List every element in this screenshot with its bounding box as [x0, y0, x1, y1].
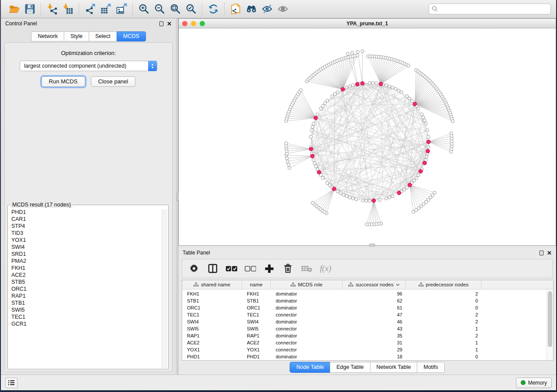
- cell-name[interactable]: ORC1: [242, 305, 271, 310]
- tab-network[interactable]: Network: [31, 31, 64, 41]
- table-settings-gear-icon[interactable]: [188, 263, 200, 274]
- cell-shared_name[interactable]: ACE2: [182, 340, 242, 345]
- list-item[interactable]: ACE2: [8, 272, 168, 279]
- tab-node-table[interactable]: Node Table: [290, 362, 330, 373]
- task-history-list-button[interactable]: [5, 378, 17, 388]
- cell-shared_name[interactable]: FKH1: [182, 291, 242, 296]
- cell-name[interactable]: STB1: [242, 298, 271, 303]
- table-row[interactable]: FKH1FKH1dominator962: [182, 290, 547, 297]
- cell-mcds_role[interactable]: connector: [271, 347, 343, 352]
- list-item[interactable]: GCR1: [8, 320, 168, 327]
- cell-name[interactable]: YOX1: [242, 347, 271, 352]
- list-item[interactable]: FKH1: [8, 265, 168, 272]
- tab-network-table[interactable]: Network Table: [370, 362, 417, 373]
- table-row[interactable]: PHD1PHD1dominator180: [182, 353, 547, 360]
- cell-name[interactable]: ACE2: [242, 340, 271, 345]
- optimization-criterion-select[interactable]: largest connected component (undirected)…: [20, 61, 157, 71]
- tab-select[interactable]: Select: [89, 31, 117, 41]
- float-panel-icon[interactable]: [159, 21, 163, 26]
- column-header-MCDS-role[interactable]: MCDS role: [271, 280, 343, 289]
- cell-mcds_role[interactable]: dominator: [271, 305, 343, 310]
- cell-mcds_role[interactable]: connector: [271, 326, 343, 331]
- cell-successor_nodes[interactable]: 31: [343, 340, 406, 345]
- list-item[interactable]: STB5: [8, 279, 168, 285]
- mcds-result-list[interactable]: PHD1CAR1STP4TID3YOX1SWI4SRD1PMA2FKH1ACE2…: [8, 209, 168, 368]
- table-row[interactable]: RAP1RAP1dominator352: [182, 332, 547, 339]
- cell-predecessor_nodes[interactable]: 2: [406, 333, 481, 338]
- hide-details-icon[interactable]: [259, 2, 275, 17]
- list-item[interactable]: ORC1: [8, 285, 168, 292]
- column-header-successor-nodes[interactable]: successor nodes: [343, 280, 406, 289]
- zoom-in-icon[interactable]: [136, 2, 152, 17]
- show-details-icon[interactable]: [275, 2, 291, 17]
- cell-name[interactable]: PHD1: [242, 354, 271, 359]
- zoom-selected-icon[interactable]: [183, 2, 199, 17]
- list-item[interactable]: SRD1: [8, 251, 168, 258]
- cell-mcds_role[interactable]: connector: [271, 340, 343, 345]
- list-item[interactable]: YOX1: [8, 237, 168, 244]
- zoom-out-icon[interactable]: [152, 2, 167, 17]
- table-row[interactable]: STB1STB1dominator620: [182, 297, 547, 304]
- cell-mcds_role[interactable]: dominator: [271, 291, 343, 296]
- network-window-titlebar[interactable]: YPA_prune.txt_1: [179, 19, 556, 28]
- list-item[interactable]: TID3: [8, 230, 168, 237]
- column-header-predecessor-nodes[interactable]: predecessor nodes: [406, 280, 481, 289]
- cell-mcds_role[interactable]: connector: [271, 312, 343, 317]
- list-item[interactable]: STP4: [8, 223, 168, 230]
- add-column-icon[interactable]: [263, 263, 275, 274]
- search-network-icon[interactable]: [243, 2, 259, 17]
- close-panel-icon[interactable]: ✕: [167, 21, 172, 27]
- close-panel-button[interactable]: Close panel: [91, 76, 136, 87]
- export-image-icon[interactable]: [114, 2, 129, 17]
- cell-shared_name[interactable]: RAP1: [182, 333, 242, 338]
- cell-mcds_role[interactable]: dominator: [271, 354, 343, 359]
- cell-predecessor_nodes[interactable]: 0: [406, 354, 481, 359]
- list-item[interactable]: SWI4: [8, 244, 168, 251]
- table-row[interactable]: ORC1ORC1dominator610: [182, 304, 547, 311]
- import-network-icon[interactable]: [44, 2, 60, 17]
- cell-predecessor_nodes[interactable]: 1: [406, 347, 481, 352]
- cell-shared_name[interactable]: TEC1: [182, 312, 242, 317]
- cell-name[interactable]: SWI5: [242, 326, 271, 331]
- delete-column-trash-icon[interactable]: [282, 263, 294, 274]
- cell-predecessor_nodes[interactable]: 2: [406, 312, 481, 317]
- cell-predecessor_nodes[interactable]: 0: [406, 305, 481, 310]
- list-item[interactable]: PHD1: [8, 209, 168, 216]
- network-graph[interactable]: [179, 28, 556, 245]
- close-panel-icon[interactable]: ✕: [547, 250, 552, 256]
- cell-successor_nodes[interactable]: 47: [343, 312, 406, 317]
- refresh-view-icon[interactable]: [205, 2, 221, 17]
- cell-successor_nodes[interactable]: 43: [343, 326, 406, 331]
- cell-shared_name[interactable]: SWI5: [182, 326, 242, 331]
- column-view-icon[interactable]: [207, 263, 218, 274]
- cell-successor_nodes[interactable]: 62: [343, 298, 406, 303]
- deselect-all-icon[interactable]: [245, 263, 256, 274]
- tab-style[interactable]: Style: [64, 31, 89, 41]
- cell-predecessor_nodes[interactable]: 2: [406, 319, 481, 324]
- cell-successor_nodes[interactable]: 35: [343, 333, 406, 338]
- table-row[interactable]: YOX1YOX1connector291: [182, 346, 547, 353]
- import-table-icon[interactable]: [60, 2, 76, 17]
- cell-name[interactable]: SWI4: [242, 319, 271, 324]
- cell-shared_name[interactable]: ORC1: [182, 305, 242, 310]
- cell-predecessor_nodes[interactable]: 1: [406, 326, 481, 331]
- cell-mcds_role[interactable]: dominator: [271, 319, 343, 324]
- zoom-fit-icon[interactable]: [167, 2, 183, 17]
- list-item[interactable]: STB1: [8, 299, 168, 306]
- search-input[interactable]: [429, 3, 551, 14]
- open-file-icon[interactable]: [6, 2, 22, 17]
- table-row[interactable]: ACE2ACE2connector311: [182, 339, 547, 346]
- share-document-icon[interactable]: [228, 2, 243, 17]
- table-row[interactable]: SWI4SWI4dominator462: [182, 318, 547, 325]
- list-item[interactable]: CAR1: [8, 216, 168, 223]
- list-item[interactable]: TEC1: [8, 313, 168, 320]
- cell-shared_name[interactable]: PHD1: [182, 354, 242, 359]
- export-network-icon[interactable]: [82, 2, 98, 17]
- memory-button[interactable]: Memory: [516, 378, 552, 388]
- cell-successor_nodes[interactable]: 18: [343, 354, 406, 359]
- cell-shared_name[interactable]: YOX1: [182, 347, 242, 352]
- cell-predecessor_nodes[interactable]: 0: [406, 298, 481, 303]
- tab-motifs[interactable]: Motifs: [417, 362, 444, 373]
- tab-mcds[interactable]: MCDS: [117, 31, 146, 41]
- splitter-grip[interactable]: [369, 244, 375, 247]
